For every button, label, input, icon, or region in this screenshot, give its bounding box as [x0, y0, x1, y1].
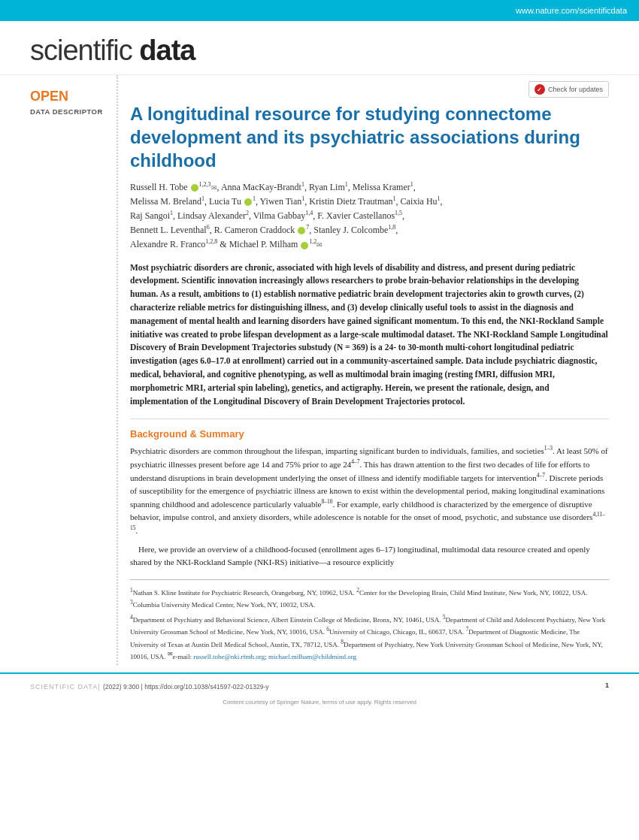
- orcid-icon-4: [301, 242, 308, 249]
- authors-section: Russell H. Tobe 1,2,3✉, Anna MacKay-Bran…: [130, 180, 609, 252]
- body-paragraph-2: Here, we provide an overview of a childh…: [130, 543, 609, 569]
- page-footer: SCIENTIFIC DATA| (2022) 9:300 | https://…: [0, 672, 639, 696]
- footnotes-area: 1Nathan S. Kline Institute for Psychiatr…: [130, 579, 609, 663]
- article-area: OPEN DATA DESCRIPTOR ✓ Check for updates…: [0, 75, 639, 665]
- main-content: ✓ Check for updates A longitudinal resou…: [117, 75, 609, 665]
- author-1: Russell H. Tobe 1,2,3✉: [130, 182, 217, 192]
- body-paragraph-1: Psychiatric disorders are common through…: [130, 444, 609, 536]
- orcid-icon-2: [244, 198, 252, 206]
- footer-left: SCIENTIFIC DATA| (2022) 9:300 | https://…: [30, 678, 269, 692]
- article-title: A longitudinal resource for studying con…: [130, 102, 609, 173]
- orcid-icon-3: [298, 227, 305, 234]
- journal-title-bold: data: [139, 35, 195, 66]
- section-heading-background: Background & Summary: [130, 428, 609, 440]
- email-link-1[interactable]: russell.tobe@nki.rfmh.org: [193, 653, 265, 660]
- footer-citation: (2022) 9:300 | https://doi.org/10.1038/s…: [103, 683, 269, 690]
- footer-journal-name: SCIENTIFIC DATA|: [30, 683, 103, 690]
- footer-copyright: Content courtesy of Springer Nature, ter…: [0, 696, 639, 708]
- crossmark-icon: ✓: [535, 84, 545, 95]
- top-banner: www.nature.com/scientificdata: [0, 0, 639, 21]
- check-updates-area: ✓ Check for updates: [130, 81, 609, 98]
- footnote-1: 1Nathan S. Kline Institute for Psychiatr…: [130, 586, 609, 611]
- check-for-updates-badge[interactable]: ✓ Check for updates: [528, 81, 609, 98]
- journal-title-light: scientific: [30, 35, 139, 66]
- orcid-icon-1: [191, 184, 198, 192]
- descriptor-label: DATA DESCRIPTOR: [30, 107, 109, 116]
- section-divider: [130, 418, 609, 419]
- abstract-text: Most psychiatric disorders are chronic, …: [130, 261, 609, 409]
- open-badge: OPEN: [30, 89, 109, 104]
- journal-header: scientific data: [0, 21, 639, 75]
- journal-url[interactable]: www.nature.com/scientificdata: [516, 6, 627, 15]
- email-link-2[interactable]: michael.milham@childmind.org: [268, 653, 356, 660]
- footer-page-number: 1: [605, 681, 609, 689]
- check-updates-label: Check for updates: [548, 86, 603, 93]
- footnote-4: 4Department of Psychiatry and Behavioral…: [130, 613, 609, 663]
- journal-title: scientific data: [30, 35, 195, 66]
- left-sidebar: OPEN DATA DESCRIPTOR: [30, 75, 117, 665]
